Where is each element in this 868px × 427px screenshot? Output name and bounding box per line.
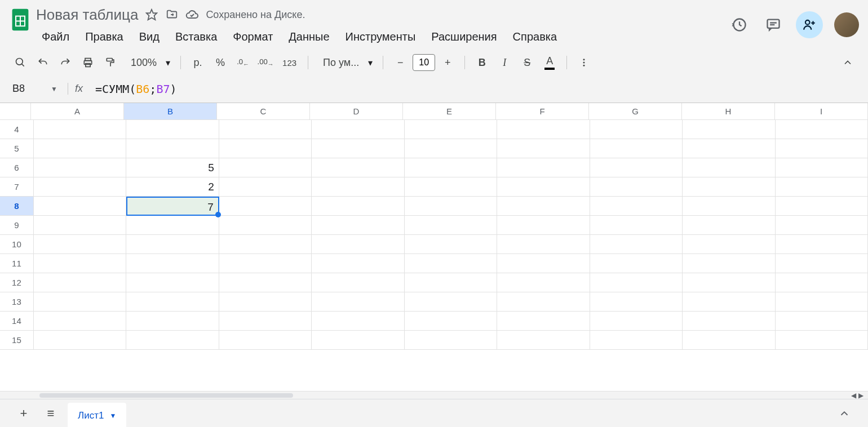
menu-extensions[interactable]: Расширения xyxy=(426,27,502,47)
cell[interactable] xyxy=(219,273,312,292)
menu-format[interactable]: Формат xyxy=(227,27,278,47)
search-icon[interactable] xyxy=(10,52,30,73)
cell[interactable] xyxy=(126,120,219,139)
cell[interactable] xyxy=(312,216,404,235)
zoom-dropdown[interactable]: 100% ▾ xyxy=(123,57,174,69)
cell[interactable] xyxy=(312,312,404,331)
cloud-saved-icon[interactable] xyxy=(185,8,199,21)
cell[interactable] xyxy=(497,331,590,350)
row-header[interactable]: 14 xyxy=(0,312,34,331)
cell[interactable] xyxy=(405,158,497,177)
row-header[interactable]: 11 xyxy=(0,254,34,273)
cell[interactable] xyxy=(590,312,683,331)
cell[interactable] xyxy=(219,254,312,273)
collapse-toolbar-icon[interactable] xyxy=(838,52,858,73)
cell[interactable] xyxy=(126,331,219,350)
cell[interactable] xyxy=(776,235,868,254)
cell[interactable] xyxy=(219,177,312,197)
cell[interactable] xyxy=(590,216,683,235)
cell[interactable] xyxy=(34,216,126,235)
print-icon[interactable] xyxy=(78,52,98,73)
row-header[interactable]: 9 xyxy=(0,216,34,235)
account-avatar[interactable] xyxy=(834,12,859,37)
scroll-right-icon[interactable]: ▶ xyxy=(858,392,863,399)
row-header[interactable]: 12 xyxy=(0,273,34,292)
cell[interactable] xyxy=(590,120,683,139)
paint-format-icon[interactable] xyxy=(100,52,121,73)
increase-decimal-button[interactable]: .00→ xyxy=(255,52,276,73)
cell[interactable] xyxy=(590,177,683,197)
cell[interactable] xyxy=(497,254,590,273)
cell[interactable] xyxy=(776,216,868,235)
cell[interactable] xyxy=(405,197,497,216)
explore-button[interactable] xyxy=(834,403,854,424)
more-toolbar-icon[interactable] xyxy=(574,52,594,73)
cell[interactable] xyxy=(776,120,868,139)
font-size-decrease[interactable]: − xyxy=(390,52,410,73)
cell[interactable] xyxy=(219,331,312,350)
undo-icon[interactable] xyxy=(33,52,53,73)
row-header[interactable]: 13 xyxy=(0,292,34,312)
cell[interactable] xyxy=(126,273,219,292)
cell[interactable] xyxy=(590,254,683,273)
cell[interactable] xyxy=(34,312,126,331)
menu-view[interactable]: Вид xyxy=(134,27,165,47)
cell[interactable] xyxy=(497,120,590,139)
cell[interactable] xyxy=(312,158,404,177)
column-header[interactable]: G xyxy=(589,103,682,119)
cell[interactable] xyxy=(126,254,219,273)
horizontal-scrollbar[interactable]: ◀▶ xyxy=(0,391,868,399)
font-dropdown[interactable]: По ум... ▾ xyxy=(315,57,376,69)
cell[interactable] xyxy=(405,331,497,350)
cell[interactable] xyxy=(312,235,404,254)
font-size-input[interactable] xyxy=(413,54,435,71)
cell[interactable] xyxy=(776,139,868,158)
cell[interactable] xyxy=(126,292,219,312)
formula-input[interactable]: =СУММ(B6;B7) xyxy=(94,81,861,97)
all-sheets-button[interactable]: ≡ xyxy=(41,403,61,424)
cell[interactable] xyxy=(776,312,868,331)
cell[interactable]: 5 xyxy=(126,158,219,177)
cell[interactable] xyxy=(776,331,868,350)
scroll-left-icon[interactable]: ◀ xyxy=(851,392,856,399)
cell[interactable] xyxy=(590,158,683,177)
name-box[interactable]: B8 ▼ xyxy=(7,81,63,97)
cell[interactable] xyxy=(683,273,775,292)
cell[interactable] xyxy=(34,177,126,197)
cell[interactable] xyxy=(497,158,590,177)
cell[interactable] xyxy=(312,273,404,292)
cell[interactable] xyxy=(683,235,775,254)
row-header[interactable]: 7 xyxy=(0,177,34,197)
cell[interactable] xyxy=(683,292,775,312)
cell[interactable] xyxy=(497,312,590,331)
cell[interactable] xyxy=(312,120,404,139)
cell[interactable] xyxy=(219,292,312,312)
cell[interactable] xyxy=(34,120,126,139)
cell[interactable] xyxy=(405,139,497,158)
cell[interactable] xyxy=(312,331,404,350)
cell[interactable] xyxy=(126,139,219,158)
cell[interactable] xyxy=(590,331,683,350)
number-format-button[interactable]: 123 xyxy=(278,52,301,73)
cell[interactable] xyxy=(776,158,868,177)
bold-button[interactable]: B xyxy=(472,52,492,73)
cell[interactable] xyxy=(683,158,775,177)
cell[interactable] xyxy=(405,120,497,139)
cell[interactable] xyxy=(34,273,126,292)
cell[interactable] xyxy=(776,197,868,216)
redo-icon[interactable] xyxy=(55,52,76,73)
cell[interactable] xyxy=(497,235,590,254)
comments-icon[interactable] xyxy=(762,14,785,36)
column-header[interactable]: F xyxy=(496,103,589,119)
cell[interactable] xyxy=(683,177,775,197)
menu-edit[interactable]: Правка xyxy=(79,27,129,47)
cell[interactable] xyxy=(219,312,312,331)
cell[interactable] xyxy=(405,292,497,312)
cell[interactable] xyxy=(312,292,404,312)
move-folder-icon[interactable] xyxy=(165,8,179,21)
cell[interactable] xyxy=(497,273,590,292)
row-header[interactable]: 15 xyxy=(0,331,34,350)
history-icon[interactable] xyxy=(728,14,751,36)
column-header[interactable]: A xyxy=(31,103,124,119)
cell[interactable] xyxy=(405,312,497,331)
